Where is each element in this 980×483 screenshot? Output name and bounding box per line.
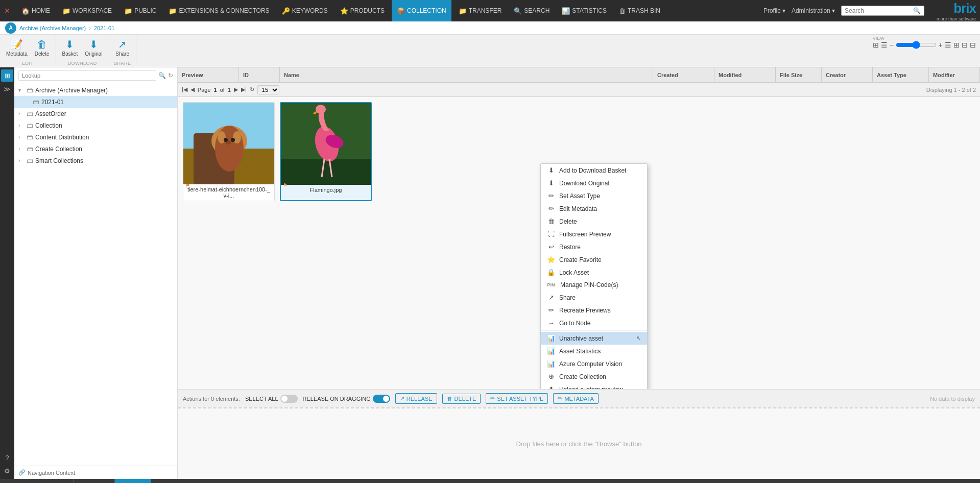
view-thumb-icon[interactable]: ⊞ <box>953 41 960 49</box>
zoom-slider[interactable] <box>896 41 937 49</box>
basket-button[interactable]: ⬇ Basket <box>59 37 81 58</box>
select-all-switch[interactable] <box>280 395 298 403</box>
release-button[interactable]: ↗ RELEASE <box>395 393 437 404</box>
drop-area[interactable]: Drop files here or click the "Browse" bu… <box>178 407 980 479</box>
nav-trash[interactable]: 🗑 TRASH BIN <box>614 0 665 21</box>
search-input[interactable] <box>845 7 911 14</box>
view-detail-icon[interactable]: ☰ <box>945 41 951 49</box>
search-box[interactable]: 🔍 <box>841 6 924 16</box>
zoom-out-icon[interactable]: − <box>890 41 894 49</box>
tree-item-archive[interactable]: ▾ 🗃 Archive (Archive Manager) <box>14 84 177 96</box>
delete-action-button[interactable]: 🗑 DELETE <box>442 394 481 404</box>
col-creator[interactable]: Creator <box>822 67 873 82</box>
close-icon[interactable]: ✕ <box>4 7 10 15</box>
refresh-icon[interactable]: ↻ <box>250 86 254 93</box>
left-icon-layers[interactable]: ⊞ <box>1 69 13 82</box>
upload-section-bottom[interactable]: ⬆ UPLOAD <box>74 479 115 483</box>
ctx-create-collection[interactable]: ⊕ Create Collection <box>541 370 647 383</box>
col-id[interactable]: ID <box>239 67 280 82</box>
asset-item-squirrel[interactable]: ⚑ tiere-heimat-eichhoernchen100-_v-i... <box>183 102 275 201</box>
ctx-set-asset-type[interactable]: ✏ Set Asset Type <box>541 189 647 202</box>
profile-button[interactable]: Profile ▾ <box>763 7 785 14</box>
col-modified[interactable]: Modified <box>714 67 776 82</box>
next-page-icon[interactable]: ▶ <box>234 86 238 93</box>
asset-flag-icon: ⚑ <box>185 183 190 188</box>
sidebar-search-icon[interactable]: 🔍 <box>158 72 166 79</box>
tree-item-create-collection[interactable]: › 🗃 Create Collection <box>14 143 177 155</box>
ctx-share[interactable]: ↗ Share <box>541 291 647 304</box>
ctx-asset-statistics[interactable]: 📊 Asset Statistics <box>541 345 647 357</box>
release-dragging-toggle[interactable]: RELEASE ON DRAGGING <box>303 395 390 403</box>
clipboard-section-bottom[interactable]: 📋 CLIPBOARD <box>151 479 204 483</box>
ctx-manage-pin[interactable]: PIN Manage PIN-Code(s) <box>541 279 647 291</box>
nav-statistics[interactable]: 📊 STATISTICS <box>557 0 612 21</box>
ctx-recreate-previews[interactable]: ✏ Recreate Previews <box>541 304 647 317</box>
ctx-go-to-node[interactable]: → Go to Node <box>541 317 647 329</box>
ctx-delete[interactable]: 🗑 Delete <box>541 215 647 228</box>
original-button[interactable]: ⬇ Original <box>82 37 105 58</box>
prev-page-icon[interactable]: ◀ <box>190 86 195 93</box>
ctx-create-favorite[interactable]: ⭐ Create Favorite <box>541 253 647 266</box>
nav-transfer[interactable]: 📁 TRANSFER <box>453 0 507 21</box>
tree-item-smart-collections[interactable]: › 🗃 Smart Collections <box>14 155 177 166</box>
breadcrumb-part2[interactable]: 2021-01 <box>94 25 114 31</box>
pagination-bar: |◀ ◀ Page 1 of 1 ▶ ▶| ↻ 15 25 50 Display… <box>178 83 980 97</box>
asset-item-flamingo[interactable]: ⚑ Flamingo.jpg <box>280 102 372 201</box>
col-assettype[interactable]: Asset Type <box>873 67 929 82</box>
browse-section-bottom[interactable]: BROWSE <box>115 479 151 483</box>
set-asset-type-button[interactable]: ✏ SET ASSET TYPE <box>486 393 548 404</box>
nav-search[interactable]: 🔍 SEARCH <box>509 0 555 21</box>
nav-products[interactable]: ⭐ PRODUCTS <box>335 0 390 21</box>
asset-type-action-icon: ✏ <box>490 395 495 402</box>
ctx-lock-asset[interactable]: 🔒 Lock Asset <box>541 266 647 279</box>
col-filesize[interactable]: File Size <box>776 67 822 82</box>
col-name[interactable]: Name <box>280 67 653 82</box>
left-icon-nav[interactable]: ? <box>1 451 13 464</box>
ctx-azure-vision[interactable]: 📊 Azure Computer Vision <box>541 357 647 370</box>
col-created[interactable]: Created <box>653 67 714 82</box>
metadata-button[interactable]: 📝 Metadata <box>3 37 31 58</box>
download-section-bottom[interactable]: ⬇ DOWNLOAD 0 | 0 <box>4 479 74 483</box>
share-button[interactable]: ↗ Share <box>112 37 133 58</box>
nav-collection[interactable]: 📦 COLLECTION <box>392 0 451 21</box>
per-page-select[interactable]: 15 25 50 <box>257 85 279 94</box>
tree-item-2021-01[interactable]: 🗃 2021-01 <box>14 96 177 108</box>
metadata-action-button[interactable]: ✏ METADATA <box>553 393 598 404</box>
ctx-unarchive[interactable]: 📊 Unarchive asset ↖ <box>541 332 647 345</box>
ctx-fullscreen[interactable]: ⛶ Fullscreen Preview <box>541 228 647 240</box>
nav-public[interactable]: 📁 PUBLIC <box>119 0 161 21</box>
nav-home[interactable]: 🏠 HOME <box>16 0 55 21</box>
view-split-icon[interactable]: ⊟ <box>962 41 968 49</box>
col-modifier[interactable]: Modifier <box>929 67 980 82</box>
tree-item-collection[interactable]: › 🗃 Collection <box>14 119 177 131</box>
ctx-upload-preview[interactable]: ⬆ Upload custom preview <box>541 383 647 389</box>
select-all-toggle[interactable]: SELECT ALL <box>245 395 298 403</box>
ctx-restore[interactable]: ↩ Restore <box>541 240 647 253</box>
nav-extensions[interactable]: 📁 EXTENSIONS & CONNECTORS <box>163 0 274 21</box>
left-icon-settings[interactable]: ⚙ <box>1 465 13 477</box>
ctx-edit-metadata[interactable]: ✏ Edit Metadata <box>541 202 647 215</box>
breadcrumb-part1[interactable]: Archive (Archive Manager) <box>19 25 86 31</box>
view-list-icon[interactable]: ☰ <box>881 41 888 49</box>
last-page-icon[interactable]: ▶| <box>241 86 247 93</box>
view-grid-icon[interactable]: ⊞ <box>873 41 879 49</box>
delete-button[interactable]: 🗑 Delete <box>32 37 53 58</box>
ctx-download-original[interactable]: ⬇ Download Original <box>541 177 647 189</box>
tree-item-content-distribution[interactable]: › 🗃 Content Distribution <box>14 131 177 143</box>
search-icon[interactable]: 🔍 <box>913 7 921 14</box>
archive-folder-icon: 🗃 <box>27 86 33 94</box>
ctx-add-basket[interactable]: ⬇ Add to Download Basket <box>541 164 647 177</box>
svg-point-5 <box>218 131 226 143</box>
left-icon-expand[interactable]: ≫ <box>1 83 13 95</box>
release-dragging-switch[interactable] <box>373 395 390 403</box>
administration-button[interactable]: Administration ▾ <box>792 7 835 14</box>
first-page-icon[interactable]: |◀ <box>182 86 187 93</box>
sidebar-search-input[interactable] <box>18 70 156 81</box>
tree-item-assetorder[interactable]: › 🗃 AssetOrder <box>14 108 177 119</box>
nav-keywords[interactable]: 🔑 KEYWORDS <box>277 0 333 21</box>
sidebar-refresh-icon[interactable]: ↻ <box>168 72 173 79</box>
brix-logo: brix more than software <box>937 1 976 21</box>
view-options-icon[interactable]: ⊟ <box>970 41 976 49</box>
zoom-in-icon[interactable]: + <box>939 41 943 49</box>
nav-workspace[interactable]: 📁 WORKSPACE <box>57 0 117 21</box>
